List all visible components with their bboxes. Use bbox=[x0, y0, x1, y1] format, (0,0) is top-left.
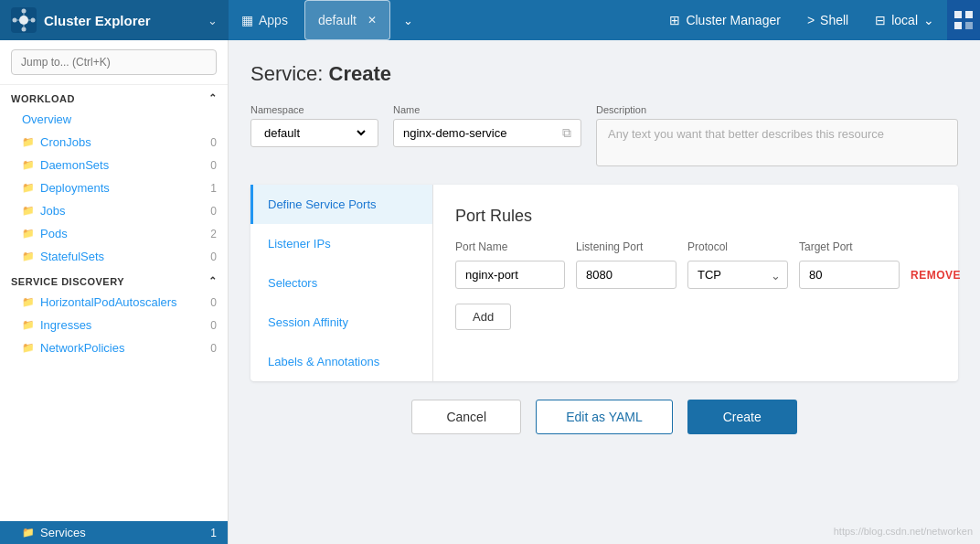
wizard-step-labels-annotations[interactable]: Labels & Annotations bbox=[250, 342, 432, 381]
sidebar-section-workload[interactable]: Workload ⌃ bbox=[0, 85, 228, 108]
folder-icon: 📁 bbox=[22, 342, 35, 354]
port-table-header: Port Name Listening Port Protocol Target… bbox=[455, 240, 980, 253]
folder-icon: 📁 bbox=[22, 159, 35, 171]
sidebar-section-service-discovery[interactable]: Service Discovery ⌃ bbox=[0, 268, 228, 291]
cancel-button[interactable]: Cancel bbox=[411, 400, 521, 434]
local-chevron-icon: ⌄ bbox=[923, 13, 934, 27]
description-field: Description Any text you want that bette… bbox=[596, 104, 958, 166]
wizard-step-define-service-ports[interactable]: Define Service Ports bbox=[250, 185, 432, 224]
tab-apps[interactable]: ▦ Apps bbox=[229, 0, 301, 40]
remove-button[interactable]: REMOVE bbox=[911, 269, 961, 282]
networkpolicies-label: 📁 NetworkPolicies bbox=[22, 341, 124, 355]
pods-count: 2 bbox=[210, 228, 217, 240]
svg-rect-11 bbox=[965, 11, 973, 18]
shell-icon: > bbox=[807, 13, 815, 27]
port-name-cell bbox=[455, 261, 565, 289]
layout: Workload ⌃ Overview 📁 CronJobs 0 📁 Daemo… bbox=[0, 40, 980, 544]
service-discovery-label: Service Discovery bbox=[11, 276, 124, 287]
brand-chevron-icon[interactable]: ⌄ bbox=[208, 14, 218, 27]
create-button[interactable]: Create bbox=[687, 400, 797, 434]
sidebar-item-pods[interactable]: 📁 Pods 2 bbox=[0, 222, 228, 245]
shell-label: Shell bbox=[820, 13, 848, 27]
tab-apps-label: Apps bbox=[259, 13, 288, 27]
watermark: https://blog.csdn.net/networken bbox=[834, 526, 973, 537]
protocol-select[interactable]: TCP UDP bbox=[687, 261, 788, 289]
add-port-button[interactable]: Add bbox=[455, 304, 511, 330]
sidebar-item-ingresses[interactable]: 📁 Ingresses 0 bbox=[0, 314, 228, 336]
service-discovery-collapse-icon: ⌃ bbox=[208, 275, 218, 287]
sidebar-item-hpa[interactable]: 📁 HorizontalPodAutoscalers 0 bbox=[0, 291, 228, 314]
copy-icon[interactable]: ⧉ bbox=[562, 125, 571, 141]
tab-default[interactable]: default ✕ bbox=[304, 0, 390, 40]
sidebar-item-statefulsets[interactable]: 📁 StatefulSets 0 bbox=[0, 245, 228, 268]
sidebar-item-deployments[interactable]: 📁 Deployments 1 bbox=[0, 176, 228, 199]
svg-point-5 bbox=[31, 18, 36, 23]
step-label: Labels & Annotations bbox=[268, 355, 379, 368]
folder-icon: 📁 bbox=[22, 251, 35, 262]
search-input[interactable] bbox=[11, 49, 217, 75]
folder-icon: 📁 bbox=[22, 136, 35, 148]
tab-default-label: default bbox=[318, 13, 357, 27]
namespace-select-wrap[interactable]: default bbox=[250, 119, 378, 147]
name-input-wrap: ⧉ bbox=[393, 119, 581, 147]
step-label: Define Service Ports bbox=[268, 197, 377, 211]
corner-menu-icon[interactable] bbox=[947, 0, 980, 40]
cluster-manager-icon: ⊞ bbox=[669, 13, 680, 27]
sidebar-item-daemonsets[interactable]: 📁 DaemonSets 0 bbox=[0, 154, 228, 176]
target-port-input[interactable] bbox=[799, 261, 900, 289]
port-name-input[interactable] bbox=[455, 261, 565, 289]
wizard-step-selectors[interactable]: Selectors bbox=[250, 263, 432, 303]
name-input[interactable] bbox=[403, 126, 557, 140]
folder-icon: 📁 bbox=[22, 296, 35, 308]
topbar-tabs: ▦ Apps default ✕ ⌄ bbox=[229, 0, 422, 40]
local-icon: ⊟ bbox=[875, 13, 886, 27]
protocol-header: Protocol bbox=[687, 240, 788, 253]
brand[interactable]: Cluster Explorer ⌄ bbox=[0, 0, 229, 40]
wizard-content: Port Rules Port Name Listening Port Prot… bbox=[433, 185, 980, 381]
shell-link[interactable]: > Shell bbox=[794, 0, 861, 40]
sidebar-item-overview[interactable]: Overview bbox=[0, 108, 228, 131]
folder-icon: 📁 bbox=[22, 527, 35, 539]
folder-icon: 📁 bbox=[22, 205, 35, 217]
sidebar-item-jobs[interactable]: 📁 Jobs 0 bbox=[0, 199, 228, 222]
namespace-field: Namespace default bbox=[250, 104, 378, 166]
sidebar-item-services[interactable]: 📁 Services 1 bbox=[0, 521, 228, 544]
wizard-step-session-affinity[interactable]: Session Affinity bbox=[250, 303, 432, 342]
namespace-select[interactable]: default bbox=[261, 125, 368, 141]
listening-port-header: Listening Port bbox=[576, 240, 676, 253]
description-label: Description bbox=[596, 104, 958, 115]
wizard-nav: Define Service Ports Listener IPs Select… bbox=[250, 185, 433, 381]
page-title: Service: Create bbox=[250, 62, 958, 86]
sidebar: Workload ⌃ Overview 📁 CronJobs 0 📁 Daemo… bbox=[0, 40, 229, 544]
listening-port-input[interactable] bbox=[576, 261, 676, 289]
sidebar-item-cronjobs[interactable]: 📁 CronJobs 0 bbox=[0, 131, 228, 154]
protocol-cell: TCP UDP ⌄ bbox=[687, 261, 788, 289]
ingresses-count: 0 bbox=[210, 319, 217, 332]
jobs-label: 📁 Jobs bbox=[22, 204, 65, 218]
apps-grid-icon: ▦ bbox=[241, 13, 253, 27]
ingresses-label: 📁 Ingresses bbox=[22, 318, 91, 332]
edit-yaml-button[interactable]: Edit as YAML bbox=[536, 400, 673, 434]
hpa-count: 0 bbox=[210, 296, 217, 309]
overview-label: Overview bbox=[22, 112, 71, 126]
cluster-manager-link[interactable]: ⊞ Cluster Manager bbox=[656, 0, 794, 40]
svg-point-2 bbox=[22, 9, 27, 14]
sidebar-item-networkpolicies[interactable]: 📁 NetworkPolicies 0 bbox=[0, 336, 228, 359]
hpa-label: 📁 HorizontalPodAutoscalers bbox=[22, 295, 177, 309]
pods-label: 📁 Pods bbox=[22, 227, 68, 240]
name-label: Name bbox=[393, 104, 581, 115]
deployments-label: 📁 Deployments bbox=[22, 181, 110, 195]
tab-overflow-button[interactable]: ⌄ bbox=[394, 0, 422, 40]
services-count: 1 bbox=[210, 527, 217, 539]
close-tab-icon[interactable]: ✕ bbox=[368, 14, 377, 27]
cluster-icon bbox=[11, 7, 37, 33]
wizard-step-listener-ips[interactable]: Listener IPs bbox=[250, 224, 432, 263]
description-textarea[interactable]: Any text you want that better describes … bbox=[596, 119, 958, 166]
wizard-panel: Define Service Ports Listener IPs Select… bbox=[250, 185, 958, 381]
topbar: Cluster Explorer ⌄ ▦ Apps default ✕ ⌄ ⊞ … bbox=[0, 0, 980, 40]
svg-rect-12 bbox=[954, 22, 962, 29]
topbar-right: ⊞ Cluster Manager > Shell ⊟ local ⌄ bbox=[655, 0, 980, 40]
local-cluster[interactable]: ⊟ local ⌄ bbox=[862, 0, 947, 40]
brand-title: Cluster Explorer bbox=[44, 13, 151, 28]
folder-icon: 📁 bbox=[22, 228, 35, 240]
